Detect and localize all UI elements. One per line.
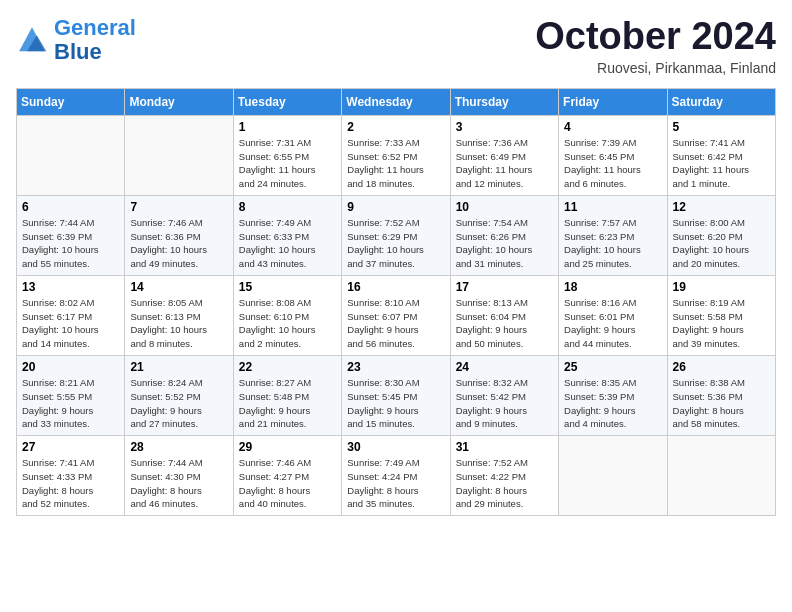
day-number: 14	[130, 280, 227, 294]
day-number: 13	[22, 280, 119, 294]
day-info: Sunrise: 8:35 AM Sunset: 5:39 PM Dayligh…	[564, 376, 661, 431]
day-number: 4	[564, 120, 661, 134]
day-number: 19	[673, 280, 770, 294]
day-number: 9	[347, 200, 444, 214]
day-info: Sunrise: 8:21 AM Sunset: 5:55 PM Dayligh…	[22, 376, 119, 431]
calendar-cell: 9Sunrise: 7:52 AM Sunset: 6:29 PM Daylig…	[342, 195, 450, 275]
day-info: Sunrise: 7:41 AM Sunset: 6:42 PM Dayligh…	[673, 136, 770, 191]
calendar-cell: 21Sunrise: 8:24 AM Sunset: 5:52 PM Dayli…	[125, 355, 233, 435]
day-info: Sunrise: 7:39 AM Sunset: 6:45 PM Dayligh…	[564, 136, 661, 191]
day-number: 8	[239, 200, 336, 214]
day-info: Sunrise: 7:54 AM Sunset: 6:26 PM Dayligh…	[456, 216, 553, 271]
day-number: 10	[456, 200, 553, 214]
weekday-header: Thursday	[450, 88, 558, 115]
day-number: 30	[347, 440, 444, 454]
day-number: 28	[130, 440, 227, 454]
calendar-cell: 29Sunrise: 7:46 AM Sunset: 4:27 PM Dayli…	[233, 436, 341, 516]
day-info: Sunrise: 8:00 AM Sunset: 6:20 PM Dayligh…	[673, 216, 770, 271]
day-info: Sunrise: 7:36 AM Sunset: 6:49 PM Dayligh…	[456, 136, 553, 191]
day-info: Sunrise: 8:32 AM Sunset: 5:42 PM Dayligh…	[456, 376, 553, 431]
month-title: October 2024	[535, 16, 776, 58]
day-info: Sunrise: 7:33 AM Sunset: 6:52 PM Dayligh…	[347, 136, 444, 191]
day-number: 7	[130, 200, 227, 214]
day-number: 22	[239, 360, 336, 374]
day-info: Sunrise: 8:13 AM Sunset: 6:04 PM Dayligh…	[456, 296, 553, 351]
logo: General Blue	[16, 16, 136, 64]
day-info: Sunrise: 7:44 AM Sunset: 4:30 PM Dayligh…	[130, 456, 227, 511]
calendar-cell	[17, 115, 125, 195]
calendar-cell: 10Sunrise: 7:54 AM Sunset: 6:26 PM Dayli…	[450, 195, 558, 275]
day-info: Sunrise: 8:08 AM Sunset: 6:10 PM Dayligh…	[239, 296, 336, 351]
day-number: 12	[673, 200, 770, 214]
weekday-header-row: SundayMondayTuesdayWednesdayThursdayFrid…	[17, 88, 776, 115]
calendar-cell: 22Sunrise: 8:27 AM Sunset: 5:48 PM Dayli…	[233, 355, 341, 435]
calendar-cell: 27Sunrise: 7:41 AM Sunset: 4:33 PM Dayli…	[17, 436, 125, 516]
day-number: 21	[130, 360, 227, 374]
day-info: Sunrise: 8:38 AM Sunset: 5:36 PM Dayligh…	[673, 376, 770, 431]
calendar-cell: 15Sunrise: 8:08 AM Sunset: 6:10 PM Dayli…	[233, 275, 341, 355]
calendar-cell: 6Sunrise: 7:44 AM Sunset: 6:39 PM Daylig…	[17, 195, 125, 275]
day-number: 11	[564, 200, 661, 214]
calendar-cell: 14Sunrise: 8:05 AM Sunset: 6:13 PM Dayli…	[125, 275, 233, 355]
weekday-header: Friday	[559, 88, 667, 115]
calendar-cell: 30Sunrise: 7:49 AM Sunset: 4:24 PM Dayli…	[342, 436, 450, 516]
day-number: 1	[239, 120, 336, 134]
day-number: 5	[673, 120, 770, 134]
calendar-cell: 3Sunrise: 7:36 AM Sunset: 6:49 PM Daylig…	[450, 115, 558, 195]
calendar-week-row: 6Sunrise: 7:44 AM Sunset: 6:39 PM Daylig…	[17, 195, 776, 275]
calendar-cell: 28Sunrise: 7:44 AM Sunset: 4:30 PM Dayli…	[125, 436, 233, 516]
calendar-cell	[667, 436, 775, 516]
weekday-header: Tuesday	[233, 88, 341, 115]
calendar-week-row: 1Sunrise: 7:31 AM Sunset: 6:55 PM Daylig…	[17, 115, 776, 195]
calendar-week-row: 13Sunrise: 8:02 AM Sunset: 6:17 PM Dayli…	[17, 275, 776, 355]
day-info: Sunrise: 7:44 AM Sunset: 6:39 PM Dayligh…	[22, 216, 119, 271]
day-number: 2	[347, 120, 444, 134]
calendar-cell: 2Sunrise: 7:33 AM Sunset: 6:52 PM Daylig…	[342, 115, 450, 195]
day-info: Sunrise: 7:46 AM Sunset: 4:27 PM Dayligh…	[239, 456, 336, 511]
calendar-cell: 1Sunrise: 7:31 AM Sunset: 6:55 PM Daylig…	[233, 115, 341, 195]
day-info: Sunrise: 7:41 AM Sunset: 4:33 PM Dayligh…	[22, 456, 119, 511]
calendar-cell	[559, 436, 667, 516]
weekday-header: Saturday	[667, 88, 775, 115]
day-info: Sunrise: 8:10 AM Sunset: 6:07 PM Dayligh…	[347, 296, 444, 351]
calendar-cell: 18Sunrise: 8:16 AM Sunset: 6:01 PM Dayli…	[559, 275, 667, 355]
day-number: 24	[456, 360, 553, 374]
day-info: Sunrise: 8:24 AM Sunset: 5:52 PM Dayligh…	[130, 376, 227, 431]
day-info: Sunrise: 8:05 AM Sunset: 6:13 PM Dayligh…	[130, 296, 227, 351]
weekday-header: Sunday	[17, 88, 125, 115]
day-info: Sunrise: 7:49 AM Sunset: 6:33 PM Dayligh…	[239, 216, 336, 271]
calendar-cell: 19Sunrise: 8:19 AM Sunset: 5:58 PM Dayli…	[667, 275, 775, 355]
day-info: Sunrise: 7:46 AM Sunset: 6:36 PM Dayligh…	[130, 216, 227, 271]
day-info: Sunrise: 8:19 AM Sunset: 5:58 PM Dayligh…	[673, 296, 770, 351]
day-number: 29	[239, 440, 336, 454]
location-subtitle: Ruovesi, Pirkanmaa, Finland	[535, 60, 776, 76]
calendar-cell: 8Sunrise: 7:49 AM Sunset: 6:33 PM Daylig…	[233, 195, 341, 275]
calendar-cell: 4Sunrise: 7:39 AM Sunset: 6:45 PM Daylig…	[559, 115, 667, 195]
day-number: 15	[239, 280, 336, 294]
day-number: 6	[22, 200, 119, 214]
calendar-cell: 31Sunrise: 7:52 AM Sunset: 4:22 PM Dayli…	[450, 436, 558, 516]
calendar-cell: 12Sunrise: 8:00 AM Sunset: 6:20 PM Dayli…	[667, 195, 775, 275]
calendar-cell: 5Sunrise: 7:41 AM Sunset: 6:42 PM Daylig…	[667, 115, 775, 195]
calendar-cell: 11Sunrise: 7:57 AM Sunset: 6:23 PM Dayli…	[559, 195, 667, 275]
page-header: General Blue October 2024 Ruovesi, Pirka…	[16, 16, 776, 76]
calendar-week-row: 20Sunrise: 8:21 AM Sunset: 5:55 PM Dayli…	[17, 355, 776, 435]
day-info: Sunrise: 7:49 AM Sunset: 4:24 PM Dayligh…	[347, 456, 444, 511]
calendar-cell: 20Sunrise: 8:21 AM Sunset: 5:55 PM Dayli…	[17, 355, 125, 435]
day-info: Sunrise: 8:27 AM Sunset: 5:48 PM Dayligh…	[239, 376, 336, 431]
day-number: 17	[456, 280, 553, 294]
day-number: 31	[456, 440, 553, 454]
calendar-cell: 23Sunrise: 8:30 AM Sunset: 5:45 PM Dayli…	[342, 355, 450, 435]
logo-text: General Blue	[54, 16, 136, 64]
day-number: 20	[22, 360, 119, 374]
day-number: 18	[564, 280, 661, 294]
day-info: Sunrise: 8:16 AM Sunset: 6:01 PM Dayligh…	[564, 296, 661, 351]
logo-icon	[16, 24, 48, 56]
calendar-table: SundayMondayTuesdayWednesdayThursdayFrid…	[16, 88, 776, 516]
calendar-cell: 25Sunrise: 8:35 AM Sunset: 5:39 PM Dayli…	[559, 355, 667, 435]
calendar-week-row: 27Sunrise: 7:41 AM Sunset: 4:33 PM Dayli…	[17, 436, 776, 516]
day-info: Sunrise: 8:02 AM Sunset: 6:17 PM Dayligh…	[22, 296, 119, 351]
calendar-cell	[125, 115, 233, 195]
calendar-cell: 24Sunrise: 8:32 AM Sunset: 5:42 PM Dayli…	[450, 355, 558, 435]
weekday-header: Wednesday	[342, 88, 450, 115]
